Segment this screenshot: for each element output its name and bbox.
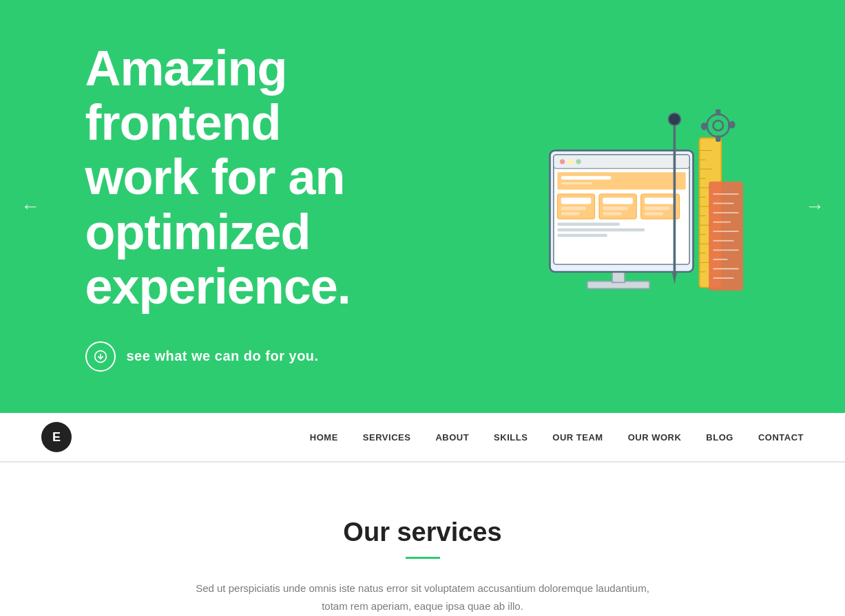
- svg-point-8: [567, 159, 572, 164]
- navbar-link[interactable]: ABOUT: [435, 432, 469, 443]
- navbar-link-item: OUR WORK: [628, 431, 682, 443]
- hero-cta[interactable]: see what we can do for you.: [85, 341, 457, 372]
- hero-section: ← Amazing frontend work for an optimized…: [0, 0, 845, 413]
- svg-rect-16: [561, 212, 579, 215]
- navbar-link[interactable]: OUR TEAM: [552, 432, 603, 443]
- svg-point-9: [576, 159, 581, 164]
- navbar-link[interactable]: SERVICES: [363, 432, 411, 443]
- svg-rect-19: [603, 206, 627, 210]
- svg-rect-23: [645, 206, 669, 210]
- navbar-link-item: SKILLS: [494, 431, 528, 443]
- svg-point-45: [668, 113, 680, 125]
- navbar-link[interactable]: SKILLS: [494, 432, 528, 443]
- svg-rect-11: [561, 176, 610, 180]
- svg-point-46: [707, 114, 729, 137]
- svg-rect-10: [557, 172, 685, 189]
- services-section: Our services Sed ut perspiciatis unde om…: [0, 463, 845, 616]
- svg-rect-20: [603, 212, 621, 215]
- download-icon: [85, 341, 116, 372]
- hero-illustration: [477, 83, 760, 330]
- navbar-link-item: HOME: [310, 431, 338, 443]
- svg-rect-26: [557, 229, 645, 232]
- hero-text-block: Amazing frontend work for an optimized e…: [85, 41, 457, 372]
- svg-point-7: [560, 159, 565, 164]
- navbar-link-item: OUR TEAM: [552, 431, 603, 443]
- navbar-link[interactable]: BLOG: [706, 432, 733, 443]
- navbar-link[interactable]: OUR WORK: [628, 432, 682, 443]
- svg-rect-18: [603, 198, 632, 204]
- services-title: Our services: [41, 518, 804, 547]
- hero-title: Amazing frontend work for an optimized e…: [85, 41, 457, 314]
- hero-next-arrow[interactable]: →: [798, 189, 831, 224]
- hero-prev-arrow[interactable]: ←: [14, 189, 47, 224]
- navbar-link-item: SERVICES: [363, 431, 411, 443]
- services-description: Sed ut perspiciatis unde omnis iste natu…: [182, 580, 664, 615]
- svg-rect-15: [561, 206, 585, 210]
- svg-marker-44: [672, 272, 677, 284]
- svg-rect-25: [557, 223, 619, 226]
- svg-rect-6: [554, 155, 689, 169]
- svg-rect-49: [716, 136, 720, 142]
- navbar: E HOMESERVICESABOUTSKILLSOUR TEAMOUR WOR…: [0, 413, 845, 461]
- navbar-link[interactable]: HOME: [310, 432, 338, 443]
- navbar-link-item: ABOUT: [435, 431, 469, 443]
- hero-cta-text: see what we can do for you.: [127, 348, 319, 364]
- navbar-link[interactable]: CONTACT: [758, 432, 804, 443]
- svg-rect-56: [709, 182, 743, 290]
- svg-rect-48: [716, 109, 720, 116]
- svg-rect-12: [561, 182, 592, 185]
- svg-rect-27: [557, 234, 607, 237]
- svg-rect-14: [561, 198, 590, 204]
- navbar-link-item: CONTACT: [758, 431, 804, 443]
- services-underline: [406, 557, 440, 559]
- svg-rect-22: [645, 198, 674, 204]
- svg-rect-24: [645, 212, 663, 215]
- navbar-logo[interactable]: E: [41, 422, 72, 452]
- navbar-link-item: BLOG: [706, 431, 733, 443]
- navbar-links: HOMESERVICESABOUTSKILLSOUR TEAMOUR WORKB…: [310, 431, 804, 443]
- svg-point-47: [713, 120, 722, 130]
